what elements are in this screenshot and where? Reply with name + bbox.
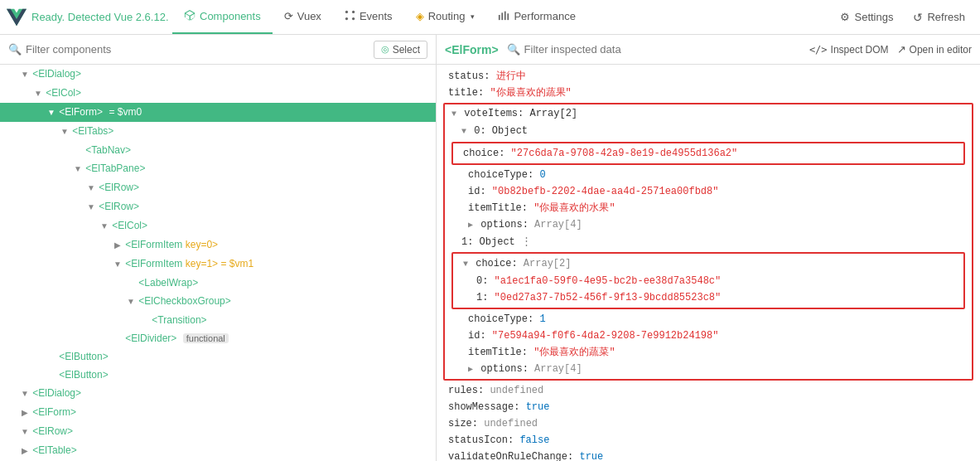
tree-item-elformitem-0[interactable]: ▶ <ElFormItem key=0> (0, 235, 436, 255)
tag-label: <ElTable> (32, 444, 76, 456)
second-bar: 🔍 ◎ Select <ElForm> 🔍 </> Inspect DOM ↗ … (0, 35, 980, 65)
tag-label: <ElTabs> (72, 125, 113, 137)
tab-performance-label: Performance (514, 10, 575, 22)
item0-choicetype: choiceType: 0 (445, 167, 972, 183)
inspect-dom-label: Inspect DOM (831, 44, 889, 56)
item0-choice-line: choice: "27c6da7a-9708-42a9-8e19-de4955d… (460, 145, 957, 162)
tab-vuex[interactable]: ⟳ Vuex (273, 0, 333, 34)
attr-label: key=0> (186, 239, 218, 250)
svg-point-2 (345, 17, 348, 19)
expand-icon: ▼ (73, 162, 83, 177)
tree-item-elrow-bottom[interactable]: ▼ <ElRow> (0, 422, 436, 441)
item1-options: ▶ options: Array[4] (445, 361, 972, 378)
right-panel-actions: </> Inspect DOM ↗ Open in editor (809, 43, 972, 56)
left-panel-bar: 🔍 ◎ Select (0, 35, 437, 64)
open-editor-icon: ↗ (897, 43, 906, 56)
tree-item-eldivider[interactable]: <ElDivider> functional (0, 329, 436, 347)
tree-item-transition[interactable]: <Transition> (0, 311, 436, 329)
tree-item-elrow-1[interactable]: ▼ <ElRow> (0, 178, 436, 197)
tree-item-elrow-2[interactable]: ▼ <ElRow> (0, 197, 436, 216)
right-panel-bar: <ElForm> 🔍 </> Inspect DOM ↗ Open in edi… (437, 35, 980, 64)
open-in-editor-link[interactable]: ↗ Open in editor (897, 43, 972, 56)
tree-item-tabnav[interactable]: <TabNav> (0, 141, 436, 159)
settings-button[interactable]: ⚙ Settings (832, 7, 901, 27)
tab-events[interactable]: Events (333, 0, 404, 34)
tab-performance[interactable]: Performance (486, 0, 587, 34)
tag-label: <ElCol> (112, 220, 147, 231)
vote-items-line: ▼ voteItems: Array[2] (445, 105, 972, 123)
title-line: title: "你最喜欢的蔬果" (437, 85, 980, 101)
expand-icon: ▼ (60, 124, 70, 139)
tag-label: <ElForm> (32, 406, 76, 418)
tree-item-elform-selected[interactable]: ▼ <ElForm> = $vm0 (0, 103, 436, 122)
item0-itemtitle: itemTitle: "你最喜欢的水果" (445, 200, 972, 216)
vuex-icon: ⟳ (284, 10, 293, 22)
svg-rect-4 (499, 15, 500, 20)
tag-label: <ElTabPane> (85, 163, 145, 174)
functional-badge: functional (183, 333, 229, 343)
top-bar: Ready. Detected Vue 2.6.12. Components ⟳… (0, 0, 980, 35)
filter-input-wrap: 🔍 (8, 43, 374, 56)
status-value: 进行中 (496, 70, 526, 82)
tag-label: <ElDialog> (32, 387, 81, 399)
select-button[interactable]: ◎ Select (374, 41, 427, 59)
item1-choice-1: 1: "0ed27a37-7b52-456f-9f13-9bcdd85523c8… (460, 289, 957, 306)
attr-label: key=1> (186, 258, 218, 269)
svg-rect-5 (502, 12, 504, 20)
expand-icon: ▼ (20, 425, 30, 439)
title-value: "你最喜欢的蔬果" (490, 87, 571, 99)
vm-attr: = $vm0 (109, 106, 142, 118)
tab-vuex-label: Vuex (297, 10, 321, 22)
tree-item-elcheckboxgroup[interactable]: ▼ <ElCheckboxGroup> (0, 292, 436, 311)
vue-logo-icon (7, 7, 27, 27)
tag-label: <LabelWrap> (138, 277, 198, 289)
tag-label: <ElRow> (32, 425, 73, 437)
tree-item-elbutton-1[interactable]: <ElButton> (0, 347, 436, 366)
svg-rect-6 (504, 12, 506, 21)
routing-dropdown-icon: ▾ (471, 12, 475, 21)
tree-item-eldialog-1[interactable]: ▼ <ElDialog> (0, 65, 436, 84)
tree-item-eltabpane[interactable]: ▼ <ElTabPane> (0, 159, 436, 178)
tree-item-elcol-1[interactable]: ▼ <ElCol> (0, 84, 436, 103)
status-line: status: 进行中 (437, 68, 980, 85)
tag-label: <ElFormItem (125, 258, 182, 269)
filter-components-input[interactable] (26, 43, 374, 56)
tree-item-elformitem-1[interactable]: ▼ <ElFormItem key=1> = $vm1 (0, 255, 436, 274)
tree-item-elbutton-2[interactable]: <ElButton> (0, 366, 436, 384)
open-editor-label: Open in editor (910, 44, 972, 56)
tree-item-eltable[interactable]: ▶ <ElTable> (0, 441, 436, 460)
item1-choice-0: 0: "a1ec1fa0-59f0-4e95-bc2b-ee38d7a3548c… (460, 273, 957, 289)
refresh-icon: ↺ (913, 11, 923, 24)
expand-icon: ▶ (20, 405, 30, 420)
tab-routing[interactable]: ◈ Routing ▾ (404, 0, 487, 34)
refresh-button[interactable]: ↺ Refresh (905, 7, 973, 27)
logo-area: Ready. Detected Vue 2.6.12. (7, 7, 172, 27)
tree-item-eldialog-2[interactable]: ▼ <ElDialog> (0, 384, 436, 403)
size-line: size: undefined (437, 415, 980, 432)
tab-components-label: Components (200, 10, 261, 22)
item0-label: ▼ 0: Object (445, 123, 972, 140)
settings-label: Settings (854, 11, 893, 23)
inspect-filter-icon: 🔍 (507, 43, 520, 56)
tree-item-labelwrap[interactable]: <LabelWrap> (0, 274, 436, 292)
item1-choice-label: ▼ choice: Array[2] (460, 255, 957, 273)
routing-icon: ◈ (416, 10, 424, 22)
inspect-filter: 🔍 (507, 43, 801, 56)
filter-data-input[interactable] (524, 43, 664, 56)
nav-right: ⚙ Settings ↺ Refresh (832, 7, 973, 27)
components-icon (184, 9, 196, 23)
tree-item-eltabs[interactable]: ▼ <ElTabs> (0, 122, 436, 141)
tag-label: <ElFormItem (125, 239, 182, 250)
tree-item-elform-2[interactable]: ▶ <ElForm> (0, 403, 436, 422)
tab-components[interactable]: Components (172, 0, 273, 34)
inspect-dom-link[interactable]: </> Inspect DOM (809, 44, 889, 56)
expand-icon: ▼ (20, 386, 30, 401)
rules-line: rules: undefined (437, 382, 980, 399)
app-status: Ready. Detected Vue 2.6.12. (31, 11, 169, 23)
tag-label: <ElForm> (59, 106, 103, 118)
events-icon (345, 10, 355, 23)
tree-item-elcol-2[interactable]: ▼ <ElCol> (0, 216, 436, 235)
tag-label: <ElDialog> (32, 68, 81, 80)
performance-icon (498, 9, 509, 23)
item0-id: id: "0b82befb-2202-4dae-aa4d-2571ea00fbd… (445, 183, 972, 200)
